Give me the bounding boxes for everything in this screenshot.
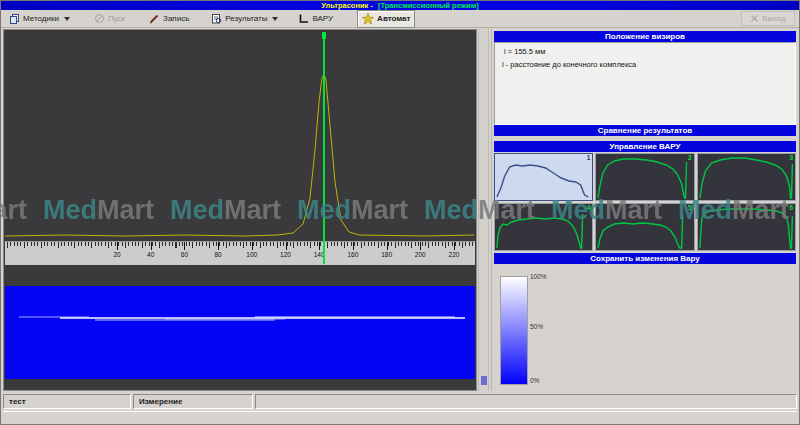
section-header-save: Сохранить изменения Вару [494, 253, 796, 264]
gradient-label-bottom: 0% [530, 377, 539, 384]
toolbar-button-label: Автомат [377, 14, 410, 23]
toolbar-button-varu[interactable]: ВАРУ [294, 11, 337, 26]
tgc-panel-1[interactable]: 1 [494, 153, 593, 201]
measure-cursor-cap [322, 32, 326, 39]
ruler-label: 100 [246, 251, 257, 258]
toolbar-button-methods[interactable]: Методики [5, 11, 74, 26]
app-window: Ультрасоник - [Трансмиссионный режим] Ме… [0, 0, 800, 425]
ruler-major-tick [117, 242, 118, 250]
visors-body: l = 155.5 мм l - расстояние до конечного… [494, 42, 796, 125]
tgc-curve [497, 165, 588, 197]
toolbar-button-auto[interactable]: Автомат [357, 10, 415, 28]
visor-description: l - расстояние до конечного комплекса [502, 60, 636, 69]
tgc-panel-number: 4 [587, 204, 591, 211]
ruler-label: 40 [147, 251, 154, 258]
ruler: 20406080100120140160180200220 [5, 241, 475, 265]
tgc-curve [598, 216, 683, 248]
ruler-label: 180 [381, 251, 392, 258]
section-header-visors: Положение визиров [494, 31, 796, 42]
tgc-curve [700, 158, 792, 198]
ruler-label: 200 [415, 251, 426, 258]
ruler-label: 220 [449, 251, 460, 258]
intensity-gradient-bar [500, 276, 528, 385]
chevron-down-icon [64, 17, 70, 21]
ruler-major-tick [420, 242, 421, 250]
record-icon [149, 13, 160, 24]
toolbar: Методики Пуск Запись Результаты [1, 10, 799, 28]
gradient-label-top: 100% [530, 273, 547, 280]
measure-cursor[interactable] [323, 32, 325, 264]
tgc-panel-3[interactable]: 3 [697, 153, 796, 201]
ruler-major-tick [319, 242, 320, 250]
scan-area: 20406080100120140160180200220 [3, 29, 477, 391]
status-cell-test: тест [3, 394, 131, 409]
ruler-major-tick [252, 242, 253, 250]
tgc-panel-5[interactable]: 5 [595, 203, 694, 251]
ruler-major-tick [218, 242, 219, 250]
tgc-curve [497, 214, 583, 248]
toolbar-button-label: Пуск [108, 14, 125, 23]
footer-strip [3, 411, 797, 423]
chevron-down-icon [272, 17, 278, 21]
toolbar-button-label: Результаты [225, 14, 267, 23]
ruler-label: 60 [181, 251, 188, 258]
ascan-trace-yellow [5, 74, 474, 236]
ruler-major-tick [151, 242, 152, 250]
toolbar-button-exit[interactable]: Выход [741, 11, 795, 26]
tgc-curve [700, 209, 792, 248]
tgc-grid: 123456 [494, 153, 796, 251]
gradient-label-middle: 50% [530, 323, 543, 330]
tgc-panel-4[interactable]: 4 [494, 203, 593, 251]
tgc-panel-number: 5 [688, 204, 692, 211]
visor-value: l = 155.5 мм [504, 47, 545, 56]
toolbar-button-label: Методики [23, 14, 59, 23]
status-cell-measure: Измерение [133, 394, 253, 409]
scroll-thumb[interactable] [481, 376, 487, 385]
ruler-major-tick [353, 242, 354, 250]
toolbar-button-label: ВАРУ [312, 14, 333, 23]
bscan-echo-streak [255, 316, 455, 318]
tgc-panel-number: 6 [789, 204, 793, 211]
panel-splitter[interactable] [478, 29, 489, 391]
close-icon [750, 14, 759, 23]
methods-icon [9, 13, 20, 24]
ruler-label: 80 [214, 251, 221, 258]
ruler-major-tick [184, 242, 185, 250]
ruler-major-tick [387, 242, 388, 250]
status-bar: тест Измерение [3, 394, 797, 409]
toolbar-button-record[interactable]: Запись [145, 11, 193, 26]
toolbar-button-label: Запись [163, 14, 189, 23]
ascan-plot[interactable] [5, 30, 475, 241]
ruler-label: 160 [347, 251, 358, 258]
toolbar-button-label: Выход [762, 14, 786, 23]
results-icon [211, 13, 222, 24]
bscan-image[interactable] [5, 286, 475, 379]
bscan-echo-streak [165, 318, 285, 320]
tgc-curve [598, 159, 687, 198]
right-panel: Положение визиров l = 155.5 мм l - расст… [491, 29, 799, 391]
ruler-label: 120 [280, 251, 291, 258]
section-header-compare: Сравнение результатов [494, 125, 796, 136]
section-header-tgc: Управление ВАРУ [494, 141, 796, 152]
toolbar-button-results[interactable]: Результаты [207, 11, 282, 26]
ruler-major-tick [286, 242, 287, 250]
automat-icon [362, 13, 374, 25]
tgc-panel-6[interactable]: 6 [697, 203, 796, 251]
status-cell-empty [255, 394, 797, 409]
tgc-panel-number: 2 [688, 154, 692, 161]
start-icon [94, 13, 105, 24]
tgc-panel-2[interactable]: 2 [595, 153, 694, 201]
tgc-panel-number: 3 [789, 154, 793, 161]
ruler-major-tick [454, 242, 455, 250]
tgc-panel-number: 1 [587, 154, 591, 161]
varu-icon [298, 13, 309, 24]
ruler-label: 20 [113, 251, 120, 258]
toolbar-button-start[interactable]: Пуск [90, 11, 129, 26]
